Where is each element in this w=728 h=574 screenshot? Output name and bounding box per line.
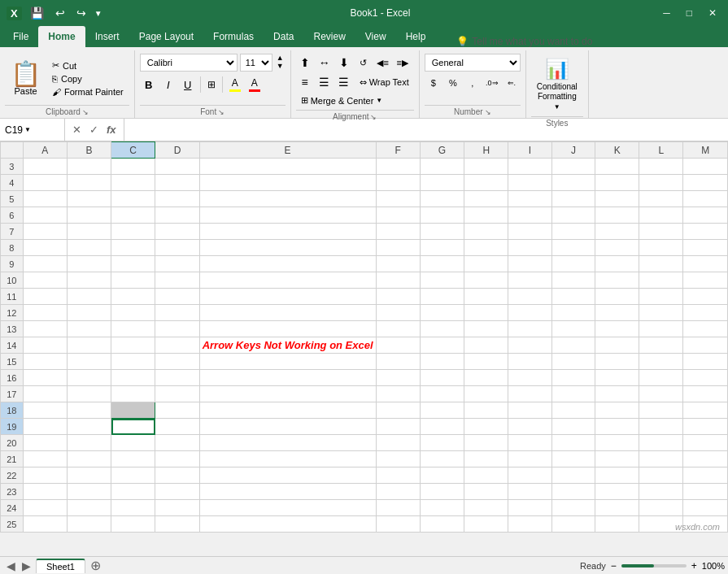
add-sheet-button[interactable]: ⊕ bbox=[85, 558, 106, 573]
font-expand-icon[interactable]: ↘ bbox=[218, 108, 225, 116]
table-cell[interactable]: Arrow Keys Not Working on Excel bbox=[199, 337, 376, 354]
customize-icon[interactable]: ▼ bbox=[94, 9, 102, 18]
table-cell[interactable] bbox=[595, 467, 639, 484]
col-header-J[interactable]: J bbox=[551, 142, 595, 159]
wrap-text-button[interactable]: ⇔ Wrap Text bbox=[355, 75, 414, 90]
table-cell[interactable] bbox=[551, 354, 595, 370]
table-cell[interactable] bbox=[376, 175, 420, 191]
table-cell[interactable] bbox=[376, 354, 420, 370]
table-cell[interactable] bbox=[551, 207, 595, 224]
table-cell[interactable] bbox=[595, 484, 639, 500]
table-cell[interactable] bbox=[199, 289, 376, 305]
table-cell[interactable] bbox=[199, 435, 376, 451]
table-cell[interactable] bbox=[67, 402, 111, 419]
table-cell[interactable] bbox=[551, 175, 595, 191]
table-cell[interactable] bbox=[420, 175, 464, 191]
table-cell[interactable] bbox=[155, 175, 199, 191]
table-cell[interactable] bbox=[508, 386, 551, 402]
table-cell[interactable] bbox=[508, 256, 551, 272]
table-cell[interactable] bbox=[595, 207, 639, 224]
table-cell[interactable] bbox=[508, 484, 551, 500]
table-cell[interactable] bbox=[420, 467, 464, 484]
table-cell[interactable] bbox=[111, 305, 155, 321]
table-cell[interactable] bbox=[683, 224, 728, 240]
sheet-tab-sheet1[interactable]: Sheet1 bbox=[36, 559, 85, 573]
table-cell[interactable] bbox=[67, 175, 111, 191]
table-cell[interactable] bbox=[67, 240, 111, 256]
table-cell[interactable] bbox=[23, 451, 67, 467]
table-cell[interactable] bbox=[464, 224, 508, 240]
table-cell[interactable] bbox=[111, 240, 155, 256]
table-cell[interactable] bbox=[23, 354, 67, 370]
table-cell[interactable] bbox=[595, 419, 639, 435]
table-cell[interactable] bbox=[376, 337, 420, 354]
table-cell[interactable] bbox=[551, 419, 595, 435]
table-cell[interactable] bbox=[155, 224, 199, 240]
table-cell[interactable] bbox=[155, 159, 199, 175]
table-cell[interactable] bbox=[23, 240, 67, 256]
table-cell[interactable] bbox=[23, 175, 67, 191]
table-cell[interactable] bbox=[420, 370, 464, 386]
table-cell[interactable] bbox=[420, 337, 464, 354]
table-cell[interactable] bbox=[595, 175, 639, 191]
table-cell[interactable] bbox=[508, 451, 551, 467]
table-cell[interactable] bbox=[155, 370, 199, 386]
font-size-select[interactable]: 11 bbox=[240, 54, 272, 72]
table-cell[interactable] bbox=[420, 516, 464, 533]
table-cell[interactable] bbox=[111, 224, 155, 240]
table-cell[interactable] bbox=[67, 272, 111, 289]
col-header-B[interactable]: B bbox=[67, 142, 111, 159]
table-cell[interactable] bbox=[67, 500, 111, 516]
underline-button[interactable]: U bbox=[179, 76, 197, 93]
table-cell[interactable] bbox=[420, 386, 464, 402]
table-cell[interactable] bbox=[508, 370, 551, 386]
align-bottom-button[interactable]: ⬇ bbox=[335, 54, 353, 72]
table-cell[interactable] bbox=[155, 516, 199, 533]
table-cell[interactable] bbox=[508, 402, 551, 419]
table-cell[interactable] bbox=[376, 256, 420, 272]
table-cell[interactable] bbox=[595, 256, 639, 272]
table-cell[interactable] bbox=[595, 240, 639, 256]
table-cell[interactable] bbox=[464, 451, 508, 467]
align-middle-button[interactable]: ↔ bbox=[316, 54, 333, 72]
scroll-sheets-left-button[interactable]: ◀ bbox=[3, 559, 19, 572]
table-cell[interactable] bbox=[551, 191, 595, 207]
table-cell[interactable] bbox=[508, 337, 551, 354]
insert-function-button[interactable]: fx bbox=[104, 123, 119, 137]
table-cell[interactable] bbox=[683, 272, 728, 289]
table-cell[interactable] bbox=[67, 354, 111, 370]
table-cell[interactable] bbox=[508, 419, 551, 435]
table-cell[interactable] bbox=[199, 467, 376, 484]
table-cell[interactable] bbox=[376, 272, 420, 289]
table-cell[interactable] bbox=[683, 451, 728, 467]
table-cell[interactable] bbox=[111, 207, 155, 224]
border-button[interactable]: ⊞ bbox=[204, 77, 219, 92]
table-cell[interactable] bbox=[508, 500, 551, 516]
indent-right-button[interactable]: ≡▶ bbox=[394, 54, 412, 72]
table-cell[interactable] bbox=[376, 402, 420, 419]
table-cell[interactable] bbox=[23, 467, 67, 484]
table-cell[interactable] bbox=[199, 256, 376, 272]
col-header-H[interactable]: H bbox=[464, 142, 508, 159]
table-cell[interactable] bbox=[23, 484, 67, 500]
table-cell[interactable] bbox=[639, 191, 683, 207]
conditional-formatting-dropdown[interactable]: ▼ bbox=[554, 103, 560, 111]
font-size-decrease-button[interactable]: ▼ bbox=[275, 63, 286, 71]
table-cell[interactable] bbox=[464, 289, 508, 305]
paste-button[interactable]: 📋 Paste bbox=[5, 54, 46, 103]
table-cell[interactable] bbox=[683, 289, 728, 305]
table-cell[interactable] bbox=[155, 321, 199, 337]
copy-button[interactable]: ⎘ Copy bbox=[50, 73, 126, 85]
table-cell[interactable] bbox=[551, 224, 595, 240]
table-cell[interactable] bbox=[23, 305, 67, 321]
table-cell[interactable] bbox=[639, 419, 683, 435]
table-cell[interactable] bbox=[376, 240, 420, 256]
table-cell[interactable] bbox=[199, 419, 376, 435]
table-cell[interactable] bbox=[420, 159, 464, 175]
table-cell[interactable] bbox=[595, 289, 639, 305]
table-cell[interactable] bbox=[683, 484, 728, 500]
table-cell[interactable] bbox=[464, 321, 508, 337]
table-cell[interactable] bbox=[199, 159, 376, 175]
col-header-I[interactable]: I bbox=[508, 142, 551, 159]
table-cell[interactable] bbox=[376, 159, 420, 175]
